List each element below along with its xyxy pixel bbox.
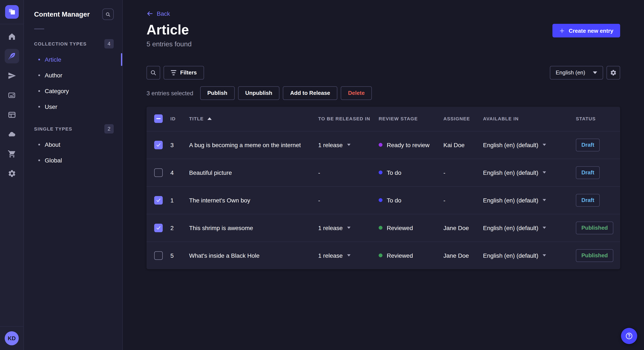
gear-icon — [610, 69, 617, 76]
entry-id: 4 — [170, 169, 189, 176]
subnav-item-user[interactable]: User — [24, 99, 122, 114]
chevron-down-icon — [347, 144, 350, 146]
table-body: 3 A bug is becoming a meme on the intern… — [146, 131, 620, 269]
available-in-select[interactable]: English (en) (default) — [483, 141, 576, 148]
subnav-search-button[interactable] — [102, 8, 114, 20]
entry-id: 5 — [170, 252, 189, 259]
column-header-id[interactable]: ID — [170, 116, 189, 121]
bullet-icon — [38, 159, 40, 161]
available-in-select[interactable]: English (en) (default) — [483, 197, 576, 203]
select-all-checkbox[interactable] — [154, 114, 163, 123]
collection-types-count-badge: 4 — [104, 39, 114, 48]
status-badge: Published — [576, 249, 613, 262]
collection-types-section: COLLECTION TYPES 4 Article Author Catego… — [24, 39, 122, 114]
review-stage-cell: To do — [379, 169, 444, 176]
page-title: Article — [146, 23, 192, 37]
table-row[interactable]: 5 What's inside a Black Hole 1 release R… — [146, 241, 620, 269]
column-header-assignee[interactable]: ASSIGNEE — [444, 116, 483, 121]
search-button[interactable] — [146, 66, 160, 79]
column-header-released[interactable]: TO BE RELEASED IN — [318, 116, 379, 121]
table-row[interactable]: 3 A bug is becoming a meme on the intern… — [146, 131, 620, 159]
chevron-down-icon — [543, 227, 546, 229]
view-settings-button[interactable] — [606, 66, 620, 79]
content-manager-icon[interactable] — [4, 49, 19, 63]
entry-id: 2 — [170, 224, 189, 231]
bullet-icon — [38, 144, 40, 145]
help-button[interactable] — [621, 328, 637, 344]
back-label: Back — [157, 10, 170, 17]
marketplace-icon[interactable] — [4, 147, 19, 161]
status-badge: Draft — [576, 194, 600, 206]
assignee-cell: - — [444, 197, 483, 203]
subnav-item-global[interactable]: Global — [24, 152, 122, 168]
settings-icon[interactable] — [4, 166, 19, 181]
unpublish-button[interactable]: Unpublish — [238, 86, 280, 100]
available-in-select[interactable]: English (en) (default) — [483, 224, 576, 231]
available-in-select[interactable]: English (en) (default) — [483, 252, 576, 259]
single-types-section: SINGLE TYPES 2 About Global — [24, 124, 122, 168]
publish-button[interactable]: Publish — [200, 86, 234, 100]
content-type-builder-icon[interactable] — [4, 108, 19, 122]
delete-button[interactable]: Delete — [341, 86, 372, 100]
entry-title: This shrimp is awesome — [189, 224, 318, 231]
column-header-status[interactable]: STATUS — [576, 116, 612, 121]
subnav-item-label: About — [45, 141, 60, 148]
subnav-item-about[interactable]: About — [24, 137, 122, 152]
filters-button[interactable]: Filters — [164, 66, 204, 79]
media-library-icon[interactable] — [4, 88, 19, 103]
content-manager-subnav: Content Manager COLLECTION TYPES 4 Artic… — [24, 0, 123, 350]
chevron-down-icon — [543, 144, 546, 146]
column-header-review-stage[interactable]: REVIEW STAGE — [379, 116, 444, 121]
releases-icon[interactable] — [4, 68, 19, 83]
home-icon[interactable] — [4, 29, 19, 44]
release-select[interactable]: 1 release — [318, 252, 379, 259]
available-in-select[interactable]: English (en) (default) — [483, 169, 576, 176]
row-checkbox[interactable] — [154, 223, 163, 232]
status-cell: Draft — [576, 194, 612, 206]
row-checkbox[interactable] — [154, 141, 163, 149]
table-row[interactable]: 4 Beautiful picture - To do - English (e… — [146, 159, 620, 186]
release-select[interactable]: 1 release — [318, 141, 379, 148]
column-header-available-in[interactable]: AVAILABLE IN — [483, 116, 576, 121]
row-checkbox[interactable] — [154, 196, 163, 204]
add-to-release-button[interactable]: Add to Release — [283, 86, 337, 100]
filters-label: Filters — [180, 69, 197, 76]
sort-ascending-icon — [208, 117, 212, 120]
table-row[interactable]: 2 This shrimp is awesome 1 release Revie… — [146, 214, 620, 241]
cloud-icon[interactable] — [4, 127, 19, 142]
back-link[interactable]: Back — [146, 10, 170, 17]
row-checkbox[interactable] — [154, 251, 163, 260]
subnav-item-label: Article — [45, 56, 61, 63]
review-stage-dot — [379, 253, 382, 257]
subnav-item-category[interactable]: Category — [24, 83, 122, 99]
column-header-title[interactable]: TITLE — [189, 116, 318, 121]
review-stage-cell: To do — [379, 197, 444, 203]
release-select[interactable]: - — [318, 169, 379, 176]
status-badge: Draft — [576, 138, 600, 151]
strapi-logo[interactable] — [0, 0, 24, 24]
table-row[interactable]: 1 The internet's Own boy - To do - Engli… — [146, 186, 620, 214]
review-stage-dot — [379, 226, 382, 230]
status-cell: Published — [576, 249, 612, 262]
rail-footer: KD — [0, 326, 24, 350]
entries-count: 5 entries found — [146, 40, 192, 48]
single-types-label: SINGLE TYPES — [34, 126, 72, 131]
release-select[interactable]: 1 release — [318, 224, 379, 231]
review-stage-cell: Reviewed — [379, 224, 444, 231]
single-types-count-badge: 2 — [104, 124, 114, 134]
assignee-cell: - — [444, 169, 483, 176]
subnav-item-author[interactable]: Author — [24, 67, 122, 83]
locale-select[interactable]: English (en) — [550, 66, 603, 79]
entry-title: Beautiful picture — [189, 169, 318, 176]
release-select[interactable]: - — [318, 197, 379, 203]
chevron-down-icon — [543, 172, 546, 174]
bullet-icon — [38, 58, 40, 60]
subnav-item-article[interactable]: Article — [24, 51, 122, 67]
row-checkbox[interactable] — [154, 168, 163, 177]
user-avatar[interactable]: KD — [5, 331, 19, 345]
status-cell: Draft — [576, 166, 612, 179]
bullet-icon — [38, 74, 40, 76]
review-stage-dot — [379, 198, 382, 202]
indeterminate-dash-icon — [156, 118, 160, 119]
create-new-entry-button[interactable]: Create new entry — [552, 24, 620, 37]
